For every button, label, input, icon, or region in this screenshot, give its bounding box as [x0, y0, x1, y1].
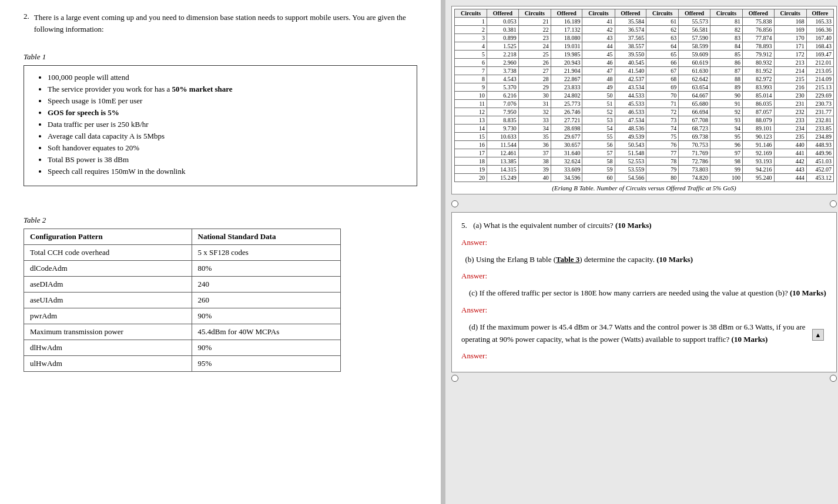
config-table: Configuration Pattern National Standard … [24, 229, 341, 372]
circuit-cell: 169 [774, 26, 806, 34]
circuit-cell: 4 [455, 42, 487, 51]
national-data-cell: 90% [192, 308, 340, 324]
list-item: GOS for speech is 5% [48, 108, 405, 117]
national-data-cell: 95% [192, 356, 340, 372]
offered-cell: 73.803 [679, 166, 710, 174]
circuit-cell: 96 [710, 141, 742, 149]
bottom-left-circle[interactable] [451, 375, 458, 382]
table1-label: Table 1 [24, 52, 417, 62]
right-circle-handle[interactable] [830, 200, 837, 207]
offered-cell: 33.609 [551, 166, 582, 174]
erlang-row: 117.0763125.7735145.5337165.6809186.0352… [455, 100, 834, 108]
national-data-cell: 5 x SF128 codes [192, 245, 340, 261]
bottom-right-circle[interactable] [830, 375, 837, 382]
circuit-cell: 74 [646, 125, 679, 133]
offered-cell: 55.573 [679, 18, 710, 26]
circuit-cell: 90 [710, 92, 742, 100]
offered-cell: 8.835 [487, 116, 519, 125]
erlang-row: 127.9503226.7465246.5337266.6949287.0572… [455, 108, 834, 116]
config-pattern-cell: pwrAdm [24, 308, 192, 324]
circuit-cell: 39 [518, 166, 551, 174]
q5d-block: (d) If the maximum power is 45.4 dBm or … [461, 321, 827, 346]
offered-cell: 231.77 [806, 108, 833, 116]
circuit-cell: 95 [710, 133, 742, 141]
circuit-cell: 69 [646, 83, 679, 92]
config-pattern-cell: dlCodeAdm [24, 261, 192, 277]
offered-cell: 20.943 [551, 59, 582, 67]
erlang-table-container: Circuits Offered Circuits Offered Circui… [451, 6, 837, 194]
circuit-cell: 56 [582, 141, 615, 149]
circuit-cell: 78 [646, 157, 679, 166]
offered-cell: 22.867 [551, 75, 582, 83]
erlang-col-h3: Circuits [518, 9, 551, 18]
erlang-row: 73.7382721.9044741.5406761.6308781.95221… [455, 67, 834, 75]
circuit-cell: 51 [582, 100, 615, 108]
offered-cell: 70.753 [679, 141, 710, 149]
circuit-cell: 100 [710, 174, 742, 182]
answer-label-b: Answer: [461, 271, 487, 280]
circuit-cell: 444 [774, 174, 806, 182]
circuit-cell: 40 [518, 174, 551, 182]
erlang-row: 149.7303428.6985448.5367468.7239489.1012… [455, 125, 834, 133]
circuit-cell: 85 [710, 51, 742, 59]
table1-info-box: 100,000 people will attend The service p… [24, 65, 417, 186]
national-data-cell: 45.4dBm for 40W MCPAs [192, 324, 340, 340]
offered-cell: 19.031 [551, 42, 582, 51]
circuit-cell: 47 [582, 67, 615, 75]
q5c-marks: (10 Marks) [790, 288, 826, 297]
offered-cell: 85.014 [742, 92, 774, 100]
circuit-cell: 48 [582, 75, 615, 83]
answer-d-block: Answer: [461, 350, 827, 362]
config-row: Maximum transmission power45.4dBm for 40… [24, 324, 341, 340]
left-circle-handle[interactable] [451, 200, 458, 207]
offered-cell: 77.874 [742, 34, 774, 42]
offered-cell: 31.640 [551, 149, 582, 157]
offered-cell: 11.544 [487, 141, 519, 149]
circuit-cell: 66 [646, 59, 679, 67]
circuit-cell: 15 [455, 133, 487, 141]
offered-cell: 54.566 [615, 174, 646, 182]
offered-cell: 49.539 [615, 133, 646, 141]
q5c-block: (c) If the offered traffic per sector is… [461, 287, 827, 300]
offered-cell: 38.557 [615, 42, 646, 51]
circuit-cell: 215 [774, 75, 806, 83]
circuit-cell: 45 [582, 51, 615, 59]
circuit-cell: 172 [774, 51, 806, 59]
erlang-col-h7: Circuits [646, 9, 679, 18]
config-row: aseUIAdm260 [24, 293, 341, 308]
scroll-up-button[interactable]: ▲ [812, 329, 824, 341]
table1-list: 100,000 people will attend The service p… [36, 73, 405, 176]
circuit-cell: 37 [518, 149, 551, 157]
offered-cell: 25.773 [551, 100, 582, 108]
circuit-cell: 26 [518, 59, 551, 67]
circuit-cell: 46 [582, 59, 615, 67]
erlang-row: 10.0532116.1894135.5846155.5738175.83816… [455, 18, 834, 26]
bottom-handle-row [451, 375, 837, 382]
offered-cell: 12.461 [487, 149, 519, 157]
offered-cell: 1.525 [487, 42, 519, 51]
erlang-row: 84.5432822.8674842.5376862.6428882.97221… [455, 75, 834, 83]
circuit-cell: 21 [518, 18, 551, 26]
circuit-cell: 214 [774, 67, 806, 75]
offered-cell: 37.565 [615, 34, 646, 42]
offered-cell: 36.574 [615, 26, 646, 34]
erlang-col-h2: Offered [487, 9, 519, 18]
table3-ref: Table 3 [556, 255, 579, 264]
circuit-cell: 11 [455, 100, 487, 108]
erlang-caption: (Erlang B Table. Number of Circuits vers… [454, 184, 834, 191]
config-pattern-cell: dlHwAdm [24, 340, 192, 356]
offered-cell: 83.993 [742, 83, 774, 92]
circuit-cell: 233 [774, 116, 806, 125]
circuit-cell: 75 [646, 133, 679, 141]
circuit-cell: 10 [455, 92, 487, 100]
offered-cell: 30.657 [551, 141, 582, 149]
circuit-cell: 230 [774, 92, 806, 100]
circuit-cell: 49 [582, 83, 615, 92]
offered-cell: 88.079 [742, 116, 774, 125]
offered-cell: 453.12 [806, 174, 833, 182]
offered-cell: 230.73 [806, 100, 833, 108]
erlang-row: 1712.4613731.6405751.5487771.7699792.169… [455, 149, 834, 157]
erlang-col-h11: Circuits [774, 9, 806, 18]
offered-cell: 13.385 [487, 157, 519, 166]
offered-cell: 449.96 [806, 149, 833, 157]
